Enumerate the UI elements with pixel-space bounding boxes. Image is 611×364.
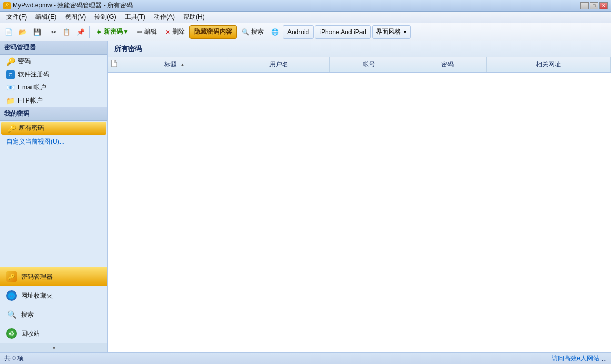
table-col-title[interactable]: 标题 ▲ bbox=[121, 57, 228, 72]
sidebar-item-all-passwords[interactable]: 🔑 所有密码 bbox=[1, 122, 106, 135]
scroll-down-icon: ▾ bbox=[53, 345, 55, 351]
sidebar-nav-bookmarks[interactable]: 🌐 网址收藏夹 bbox=[0, 286, 107, 305]
hide-label: 隐藏密码内容 bbox=[194, 27, 232, 36]
title-bar: 🔑 MyPwd.epmw - 效能密码管理器 - 所有密码 ─ □ ✕ bbox=[0, 0, 611, 12]
globe-button[interactable]: 🌐 bbox=[268, 25, 282, 39]
new-password-button[interactable]: ✦ 新密码▼ bbox=[92, 25, 133, 39]
edit-label: 编辑 bbox=[144, 27, 157, 36]
website-link[interactable]: 访问高效e人网站 bbox=[552, 354, 599, 363]
save-icon: 💾 bbox=[33, 28, 41, 36]
style-button[interactable]: 界面风格 ▼ bbox=[372, 25, 411, 39]
toolbar-file-save[interactable]: 💾 bbox=[31, 25, 44, 39]
sidebar-ftp-label: FTP帐户 bbox=[18, 96, 43, 105]
sidebar: 密码管理器 🔑 密码 C 软件注册码 📧 Email帐户 bbox=[0, 41, 108, 352]
sidebar-bottom-nav: 🔑 密码管理器 🌐 网址收藏夹 🔍 搜索 ♻ 回收站 ▾ bbox=[0, 267, 107, 352]
content-area: 所有密码 bbox=[108, 41, 611, 352]
folder-icon: 📂 bbox=[19, 28, 27, 36]
maximize-button[interactable]: □ bbox=[590, 2, 598, 9]
file-icon: 📄 bbox=[5, 28, 13, 36]
menu-file[interactable]: 文件(F) bbox=[2, 12, 31, 23]
table-col-username: 用户名 bbox=[228, 57, 330, 72]
table-col-password: 密码 bbox=[408, 57, 486, 72]
iphone-label: iPhone And iPad bbox=[319, 28, 366, 36]
passwords-table: 标题 ▲ 用户名 帐号 密码 相关网址 bbox=[108, 57, 611, 73]
sort-asc-icon: ▲ bbox=[180, 62, 185, 67]
android-label: Android bbox=[287, 28, 309, 36]
delete-label: 删除 bbox=[172, 27, 185, 36]
android-button[interactable]: Android bbox=[283, 25, 314, 39]
close-button[interactable]: ✕ bbox=[599, 2, 608, 9]
menu-view[interactable]: 视图(V) bbox=[61, 12, 90, 23]
recycle-nav-icon: ♻ bbox=[6, 328, 17, 339]
toolbar-sep-2 bbox=[89, 26, 90, 38]
toolbar-file-new[interactable]: 📄 bbox=[2, 25, 15, 39]
customize-view-link[interactable]: 自定义当前视图(U)... bbox=[0, 135, 107, 148]
edit-button[interactable]: ✏ 编辑 bbox=[134, 25, 161, 39]
search-label: 搜索 bbox=[251, 27, 264, 36]
status-bar: 共 0 项 访问高效e人网站 ... bbox=[0, 352, 611, 364]
content-header: 所有密码 bbox=[108, 41, 611, 57]
title-bar-left: 🔑 MyPwd.epmw - 效能密码管理器 - 所有密码 bbox=[3, 1, 133, 10]
sidebar-top-nav: 🔑 密码 C 软件注册码 📧 Email帐户 📁 FTP帐户 bbox=[0, 55, 107, 262]
edit-icon: ✏ bbox=[137, 28, 143, 36]
toolbar-file-open[interactable]: 📂 bbox=[16, 25, 29, 39]
status-bar-right: 访问高效e人网站 ... bbox=[552, 354, 607, 363]
search-icon: 🔍 bbox=[242, 28, 249, 36]
minimize-button[interactable]: ─ bbox=[580, 2, 589, 9]
sidebar-item-software[interactable]: C 软件注册码 bbox=[0, 68, 107, 81]
delete-button[interactable]: ✕ 删除 bbox=[162, 25, 188, 39]
table-header-row: 标题 ▲ 用户名 帐号 密码 相关网址 bbox=[108, 57, 611, 72]
ftp-icon: 📁 bbox=[6, 97, 15, 105]
toolbar-cut[interactable]: ✂ bbox=[48, 25, 59, 39]
item-count: 共 0 项 bbox=[4, 354, 24, 363]
sidebar-email-label: Email帐户 bbox=[18, 83, 46, 92]
sidebar-nav-bookmarks-label: 网址收藏夹 bbox=[21, 291, 53, 300]
doc-icon bbox=[111, 62, 117, 69]
add-icon: ✦ bbox=[96, 28, 102, 36]
pwd-manager-nav-icon: 🔑 bbox=[6, 271, 17, 282]
sidebar-nav-recycle[interactable]: ♻ 回收站 bbox=[0, 324, 107, 343]
status-dots: ... bbox=[602, 355, 607, 362]
sidebar-scroll-down[interactable]: ▾ bbox=[0, 343, 107, 352]
new-password-label: 新密码▼ bbox=[104, 27, 129, 36]
toolbar-copy[interactable]: 📋 bbox=[60, 25, 73, 39]
app-icon: 🔑 bbox=[3, 2, 11, 9]
style-label: 界面风格 bbox=[376, 27, 401, 36]
table-col-url: 相关网址 bbox=[486, 57, 610, 72]
search-button[interactable]: 🔍 搜索 bbox=[238, 25, 267, 39]
sidebar-section-password-manager: 密码管理器 bbox=[0, 41, 107, 55]
menu-bar: 文件(F) 编辑(E) 视图(V) 转到(G) 工具(T) 动作(A) 帮助(H… bbox=[0, 12, 611, 23]
sidebar-item-password[interactable]: 🔑 密码 bbox=[0, 55, 107, 68]
iphone-button[interactable]: iPhone And iPad bbox=[315, 25, 371, 39]
sidebar-item-email[interactable]: 📧 Email帐户 bbox=[0, 81, 107, 94]
table-col-icon bbox=[108, 57, 121, 72]
toolbar-sep-1 bbox=[46, 26, 46, 38]
sidebar-nav-search-label: 搜索 bbox=[21, 310, 34, 319]
menu-action[interactable]: 动作(A) bbox=[149, 12, 179, 23]
sidebar-nav-recycle-label: 回收站 bbox=[21, 329, 40, 338]
software-icon: C bbox=[6, 70, 15, 79]
hide-content-button[interactable]: 隐藏密码内容 bbox=[189, 25, 237, 39]
sidebar-password-label: 密码 bbox=[18, 57, 31, 66]
menu-tools[interactable]: 工具(T) bbox=[121, 12, 149, 23]
sidebar-nav-pwd-manager-label: 密码管理器 bbox=[21, 272, 53, 281]
key-icon: 🔑 bbox=[6, 57, 15, 66]
sidebar-item-ftp[interactable]: 📁 FTP帐户 bbox=[0, 94, 107, 107]
paste-icon: 📌 bbox=[77, 28, 85, 36]
sidebar-nav-pwd-manager[interactable]: 🔑 密码管理器 bbox=[0, 267, 107, 286]
all-pwd-icon: 🔑 bbox=[7, 124, 16, 133]
sidebar-software-label: 软件注册码 bbox=[18, 70, 49, 79]
globe-icon: 🌐 bbox=[271, 28, 279, 36]
menu-goto[interactable]: 转到(G) bbox=[90, 12, 120, 23]
menu-edit[interactable]: 编辑(E) bbox=[31, 12, 61, 23]
email-icon: 📧 bbox=[6, 84, 15, 92]
sidebar-nav-search[interactable]: 🔍 搜索 bbox=[0, 305, 107, 324]
title-col-label: 标题 bbox=[164, 60, 177, 68]
cut-icon: ✂ bbox=[51, 28, 56, 36]
menu-help[interactable]: 帮助(H) bbox=[179, 12, 209, 23]
content-table-wrapper[interactable]: 标题 ▲ 用户名 帐号 密码 相关网址 bbox=[108, 57, 611, 352]
sidebar-all-passwords-label: 所有密码 bbox=[19, 124, 44, 133]
copy-icon: 📋 bbox=[63, 28, 71, 36]
window-title: MyPwd.epmw - 效能密码管理器 - 所有密码 bbox=[13, 1, 133, 10]
toolbar-paste[interactable]: 📌 bbox=[74, 25, 87, 39]
